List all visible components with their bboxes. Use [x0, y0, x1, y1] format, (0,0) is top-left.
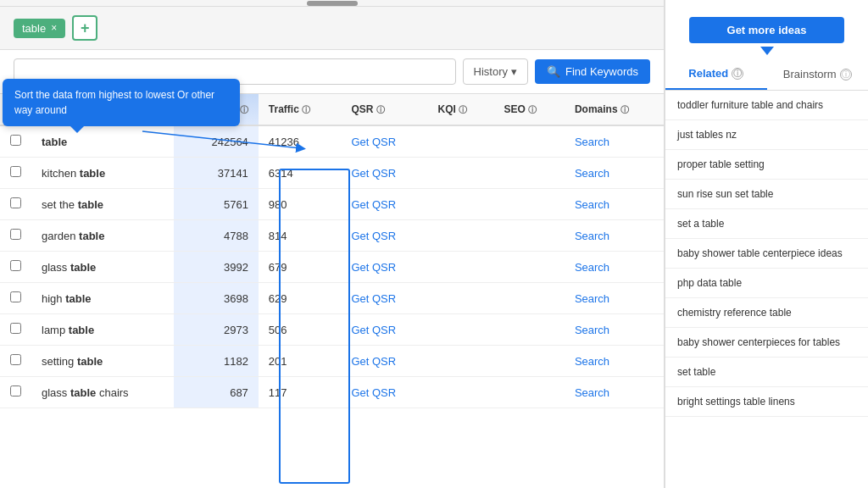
qsr-cell[interactable]: Get QSR: [341, 252, 427, 283]
kqi-cell: [428, 158, 494, 189]
seo-cell: [494, 346, 565, 377]
row-checkbox[interactable]: [0, 189, 31, 220]
avg-cell: 2973: [174, 314, 258, 346]
search-link[interactable]: Search: [575, 167, 609, 180]
domains-cell[interactable]: Search: [565, 314, 664, 346]
domains-column-header[interactable]: Domains ⓘ: [565, 94, 664, 125]
search-link[interactable]: Search: [575, 324, 609, 336]
seo-cell: [494, 189, 565, 220]
qsr-cell[interactable]: Get QSR: [341, 158, 427, 189]
related-list-item[interactable]: just tables nz: [665, 120, 868, 150]
traffic-column-header[interactable]: Traffic ⓘ: [259, 94, 342, 125]
get-qsr-link[interactable]: Get QSR: [351, 292, 396, 305]
keyword-cell: garden table: [31, 220, 174, 252]
kqi-cell: [428, 125, 494, 158]
brainstorm-tab-label: Brainstorm: [783, 68, 837, 80]
row-checkbox[interactable]: [0, 158, 31, 189]
related-list-item[interactable]: proper table setting: [665, 150, 868, 180]
traffic-info-icon: ⓘ: [302, 105, 310, 114]
search-link[interactable]: Search: [575, 261, 609, 274]
table-row: kitchen table371416314Get QSRSearch: [0, 158, 664, 189]
right-panel: Get more ideas Related ⓘ Brainstorm ⓘ to…: [665, 0, 868, 488]
related-list-item[interactable]: baby shower table centerpiece ideas: [665, 239, 868, 269]
related-list-item[interactable]: sun rise sun set table: [665, 180, 868, 209]
tab-brainstorm[interactable]: Brainstorm ⓘ: [767, 58, 869, 90]
keyword-tag[interactable]: table ×: [14, 19, 65, 38]
table-row: set the table5761980Get QSRSearch: [0, 189, 664, 220]
qsr-column-header[interactable]: QSR ⓘ: [341, 94, 427, 125]
related-list-item[interactable]: chemistry reference table: [665, 298, 868, 328]
keyword-cell: glass table chairs: [31, 377, 174, 408]
search-link[interactable]: Search: [575, 292, 609, 305]
row-checkbox[interactable]: [0, 346, 31, 377]
avg-cell: 37141: [174, 158, 258, 189]
add-keyword-button[interactable]: +: [72, 15, 97, 41]
avg-info-icon: ⓘ: [240, 105, 248, 114]
domains-cell[interactable]: Search: [565, 346, 664, 377]
tab-related[interactable]: Related ⓘ: [665, 58, 767, 90]
related-list-item[interactable]: php data table: [665, 269, 868, 298]
search-link[interactable]: Search: [575, 355, 609, 368]
kqi-cell: [428, 314, 494, 346]
get-more-ideas-label: Get more ideas: [727, 24, 807, 36]
history-button[interactable]: History ▾: [463, 58, 528, 85]
domains-cell[interactable]: Search: [565, 220, 664, 252]
domains-cell[interactable]: Search: [565, 125, 664, 158]
get-more-ideas-button[interactable]: Get more ideas: [689, 17, 844, 43]
row-checkbox[interactable]: [0, 283, 31, 314]
search-link[interactable]: Search: [575, 136, 609, 148]
seo-cell: [494, 252, 565, 283]
domains-cell[interactable]: Search: [565, 158, 664, 189]
domains-cell[interactable]: Search: [565, 283, 664, 314]
get-qsr-link[interactable]: Get QSR: [351, 386, 396, 399]
related-list-item[interactable]: baby shower centerpieces for tables: [665, 328, 868, 358]
qsr-cell[interactable]: Get QSR: [341, 189, 427, 220]
kqi-column-header[interactable]: KQI ⓘ: [428, 94, 494, 125]
qsr-cell[interactable]: Get QSR: [341, 283, 427, 314]
seo-cell: [494, 283, 565, 314]
get-qsr-link[interactable]: Get QSR: [351, 167, 396, 180]
seo-cell: [494, 377, 565, 408]
get-qsr-link[interactable]: Get QSR: [351, 324, 396, 336]
row-checkbox[interactable]: [0, 377, 31, 408]
traffic-cell: 6314: [259, 158, 342, 189]
search-link[interactable]: Search: [575, 386, 609, 399]
qsr-cell[interactable]: Get QSR: [341, 125, 427, 158]
related-list: toddler furniture table and chairsjust t…: [665, 91, 868, 488]
domains-cell[interactable]: Search: [565, 377, 664, 408]
qsr-info-icon: ⓘ: [376, 105, 385, 114]
qsr-cell[interactable]: Get QSR: [341, 314, 427, 346]
related-list-item[interactable]: set table: [665, 358, 868, 387]
related-list-item[interactable]: bright settings table linens: [665, 387, 868, 417]
kqi-cell: [428, 346, 494, 377]
row-checkbox[interactable]: [0, 220, 31, 252]
kqi-cell: [428, 377, 494, 408]
qsr-cell[interactable]: Get QSR: [341, 377, 427, 408]
domains-cell[interactable]: Search: [565, 189, 664, 220]
get-qsr-link[interactable]: Get QSR: [351, 261, 396, 274]
domains-cell[interactable]: Search: [565, 252, 664, 283]
row-checkbox[interactable]: [0, 314, 31, 346]
right-panel-tabs: Related ⓘ Brainstorm ⓘ: [665, 58, 868, 91]
related-list-item[interactable]: toddler furniture table and chairs: [665, 91, 868, 120]
get-qsr-link[interactable]: Get QSR: [351, 198, 396, 211]
row-checkbox[interactable]: [0, 252, 31, 283]
search-link[interactable]: Search: [575, 198, 609, 211]
arrow-down-icon: [760, 47, 774, 55]
seo-column-header[interactable]: SEO ⓘ: [494, 94, 565, 125]
row-checkbox[interactable]: [0, 125, 31, 158]
search-link[interactable]: Search: [575, 230, 609, 242]
keyword-table-container: Keyword ⓘ Avg ▲ ⓘ Traffic ⓘ QSR ⓘ KQI ⓘ …: [0, 94, 664, 488]
find-keywords-button[interactable]: 🔍 Find Keywords: [535, 59, 650, 84]
avg-cell: 4788: [174, 220, 258, 252]
get-qsr-link[interactable]: Get QSR: [351, 136, 396, 148]
table-row: table24256441236Get QSRSearch: [0, 125, 664, 158]
history-label: History: [474, 65, 508, 78]
get-qsr-link[interactable]: Get QSR: [351, 230, 396, 242]
get-qsr-link[interactable]: Get QSR: [351, 355, 396, 368]
related-list-item[interactable]: set a table: [665, 209, 868, 239]
qsr-cell[interactable]: Get QSR: [341, 220, 427, 252]
qsr-cell[interactable]: Get QSR: [341, 346, 427, 377]
tag-close-button[interactable]: ×: [51, 22, 57, 34]
traffic-cell: 629: [259, 283, 342, 314]
